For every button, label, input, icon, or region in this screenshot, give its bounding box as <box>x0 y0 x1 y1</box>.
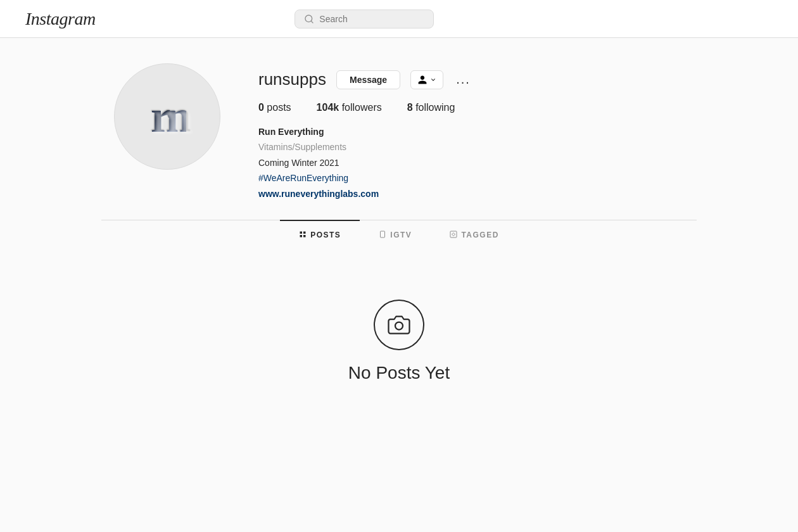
chevron-down-icon <box>430 77 436 83</box>
svg-rect-4 <box>300 235 303 238</box>
camera-icon <box>388 314 410 336</box>
followers-count: 104k <box>317 102 339 113</box>
profile-top-row: runsupps Message ... <box>258 70 684 89</box>
igtv-icon <box>379 230 386 240</box>
instagram-logo: Instagram <box>25 9 96 29</box>
grid-icon <box>299 230 307 240</box>
message-button[interactable]: Message <box>336 70 400 89</box>
tab-tagged[interactable]: TAGGED <box>431 220 517 249</box>
posts-stat: 0 posts <box>258 102 291 113</box>
bio-category: Vitamins/Supplements <box>258 140 684 154</box>
svg-line-1 <box>311 21 313 23</box>
svg-rect-8 <box>450 231 457 238</box>
follow-options-button[interactable] <box>410 70 443 89</box>
more-options-button[interactable]: ... <box>453 72 473 87</box>
tab-posts-label: POSTS <box>310 231 341 239</box>
person-check-icon <box>417 75 428 85</box>
username: runsupps <box>258 70 326 89</box>
profile-section: rn runsupps Message ... 0 posts 104k fol… <box>101 38 697 220</box>
tab-tagged-label: TAGGED <box>461 231 498 239</box>
following-count: 8 <box>407 102 413 113</box>
bio-tagline: Coming Winter 2021 <box>258 156 684 170</box>
following-stat[interactable]: 8 following <box>407 102 455 113</box>
stats-row: 0 posts 104k followers 8 following <box>258 102 684 113</box>
following-label: following <box>415 102 455 113</box>
bio-hashtag[interactable]: #WeAreRunEverything <box>258 171 684 185</box>
profile-info: runsupps Message ... 0 posts 104k follow… <box>258 63 684 201</box>
posts-count: 0 <box>258 102 264 113</box>
search-bar[interactable] <box>294 10 434 28</box>
header: Instagram <box>0 0 798 38</box>
svg-rect-5 <box>303 235 306 238</box>
tab-posts[interactable]: POSTS <box>280 220 360 249</box>
svg-point-9 <box>395 322 403 329</box>
tab-igtv[interactable]: IGTV <box>360 220 431 249</box>
bio-website[interactable]: www.runeverythinglabs.com <box>258 189 379 199</box>
avatar: rn <box>114 63 220 170</box>
bio-name: Run Everything <box>258 125 684 139</box>
tab-igtv-label: IGTV <box>390 231 412 239</box>
svg-rect-3 <box>303 231 306 234</box>
bio-section: Run Everything Vitamins/Supplements Comi… <box>258 125 684 201</box>
no-posts-text: No Posts Yet <box>348 363 450 383</box>
followers-stat[interactable]: 104k followers <box>317 102 382 113</box>
tag-icon <box>450 230 457 240</box>
svg-rect-6 <box>381 231 385 238</box>
search-icon <box>304 14 314 24</box>
search-input[interactable] <box>319 14 424 24</box>
svg-rect-2 <box>300 231 303 234</box>
tabs-nav: POSTS IGTV TAGGED <box>101 220 697 249</box>
empty-state: No Posts Yet <box>0 249 798 434</box>
avatar-logo: rn <box>148 91 186 143</box>
avatar-container: rn <box>114 63 220 170</box>
camera-circle <box>374 300 424 350</box>
followers-label: followers <box>342 102 382 113</box>
posts-label: posts <box>267 102 291 113</box>
